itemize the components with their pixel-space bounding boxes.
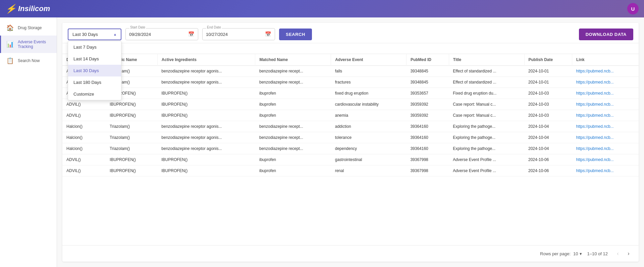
cell-link[interactable]: https://pubmed.ncb...: [572, 132, 639, 143]
cell-link[interactable]: https://pubmed.ncb...: [572, 77, 639, 88]
table-row: ADVIL() Triazolam() benzodiazepine recep…: [62, 66, 639, 77]
cell-adverse-event: gastrointestinal: [331, 154, 407, 165]
content-inner: Last 30 Days ▲ Last 7 Days Last 14 Days …: [62, 23, 639, 262]
rows-per-page-chevron-icon: ▾: [580, 251, 582, 256]
start-date-input-wrap: 📅: [125, 28, 198, 40]
adverse-events-icon: 📊: [6, 41, 14, 48]
date-range-label: Last 30 Days: [72, 32, 98, 37]
cell-adverse-event: dependency: [331, 143, 407, 154]
cell-link[interactable]: https://pubmed.ncb...: [572, 154, 639, 165]
cell-generic-name: Triazolam(): [106, 132, 157, 143]
columns-row: ☰ COLUMNS: [62, 43, 639, 54]
rows-per-page-label: Rows per page:: [540, 251, 571, 256]
cell-link[interactable]: https://pubmed.ncb...: [572, 143, 639, 154]
cell-pubmed-id: 39359392: [406, 110, 449, 121]
prev-page-button[interactable]: ‹: [613, 249, 623, 258]
cell-title: Adverse Event Profile ...: [449, 154, 524, 165]
drug-storage-icon: 🏠: [6, 24, 14, 32]
cell-pubmed-id: 39348845: [406, 77, 449, 88]
col-title: Title: [449, 54, 524, 66]
cell-matched-name: benzodiazepine recept...: [255, 143, 331, 154]
next-page-button[interactable]: ›: [624, 249, 633, 258]
cell-drug-name: Halcion(): [62, 143, 106, 154]
cell-matched-name: benzodiazepine recept...: [255, 77, 331, 88]
cell-adverse-event: falls: [331, 66, 407, 77]
cell-active-ingredients: IBUPROFEN(): [157, 154, 255, 165]
end-date-input-wrap: 📅: [202, 28, 275, 40]
start-date-calendar-icon[interactable]: 📅: [188, 31, 195, 37]
cell-pubmed-id: 39367998: [406, 154, 449, 165]
date-range-selector: Last 30 Days ▲ Last 7 Days Last 14 Days …: [68, 29, 121, 40]
user-avatar[interactable]: U: [627, 3, 639, 14]
cell-generic-name: IBUPROFEN(): [106, 165, 157, 176]
cell-pubmed-id: 39367998: [406, 165, 449, 176]
cell-publish-date: 2024-10-06: [524, 165, 572, 176]
table-row: Halcion() Triazolam() benzodiazepine rec…: [62, 143, 639, 154]
start-date-input[interactable]: [129, 32, 185, 37]
cell-adverse-event: fixed drug eruption: [331, 88, 407, 99]
sidebar-item-adverse-events-label: Adverse Events Tracking: [18, 40, 51, 49]
rows-per-page-select[interactable]: 10 ▾: [573, 251, 582, 256]
end-date-label: End Date: [206, 25, 222, 29]
table-header-row: Drug Name Generic Name Active Ingredient…: [62, 54, 639, 66]
cell-link[interactable]: https://pubmed.ncb...: [572, 66, 639, 77]
table-body: ADVIL() Triazolam() benzodiazepine recep…: [62, 66, 639, 176]
cell-link[interactable]: https://pubmed.ncb...: [572, 99, 639, 110]
download-button[interactable]: DOWNLOAD DATA: [579, 29, 633, 40]
cell-adverse-event: fractures: [331, 77, 407, 88]
toolbar: Last 30 Days ▲ Last 7 Days Last 14 Days …: [62, 23, 639, 43]
search-button[interactable]: SEARCH: [279, 29, 312, 40]
end-date-input[interactable]: [206, 32, 262, 37]
cell-matched-name: benzodiazepine recept...: [255, 121, 331, 132]
cell-title: Fixed drug eruption du...: [449, 88, 524, 99]
date-range-button[interactable]: Last 30 Days ▲: [68, 29, 121, 40]
dropdown-item-14days[interactable]: Last 14 Days: [68, 53, 121, 65]
cell-link[interactable]: https://pubmed.ncb...: [572, 165, 639, 176]
cell-link[interactable]: https://pubmed.ncb...: [572, 88, 639, 99]
cell-active-ingredients: IBUPROFEN(): [157, 88, 255, 99]
table-row: ADVIL() IBUPROFEN() IBUPROFEN() ibuprofe…: [62, 110, 639, 121]
dropdown-item-180days[interactable]: Last 180 Days: [68, 76, 121, 88]
cell-matched-name: benzodiazepine recept...: [255, 132, 331, 143]
logo-icon: ⚡: [5, 4, 16, 14]
dropdown-item-customize[interactable]: Customize: [68, 88, 121, 100]
cell-drug-name: ADVIL(): [62, 110, 106, 121]
page-nav: ‹ ›: [613, 249, 633, 258]
cell-link[interactable]: https://pubmed.ncb...: [572, 110, 639, 121]
end-date-calendar-icon[interactable]: 📅: [265, 31, 271, 37]
cell-pubmed-id: 39359392: [406, 99, 449, 110]
cell-pubmed-id: 39348845: [406, 66, 449, 77]
sidebar-item-drug-storage[interactable]: 🏠 Drug Storage: [0, 20, 57, 36]
sidebar-item-search-now[interactable]: 📋 Search Now: [0, 53, 57, 68]
table-row: ADVIL() IBUPROFEN() IBUPROFEN() ibuprofe…: [62, 99, 639, 110]
cell-publish-date: 2024-10-03: [524, 99, 572, 110]
sidebar-item-drug-storage-label: Drug Storage: [18, 25, 42, 30]
cell-publish-date: 2024-10-04: [524, 143, 572, 154]
cell-matched-name: benzodiazepine recept...: [255, 66, 331, 77]
cell-drug-name: Halcion(): [62, 132, 106, 143]
cell-title: Case report: Manual c...: [449, 110, 524, 121]
data-table: Drug Name Generic Name Active Ingredient…: [62, 54, 639, 176]
cell-link[interactable]: https://pubmed.ncb...: [572, 121, 639, 132]
table-row: ADVIL() IBUPROFEN() IBUPROFEN() ibuprofe…: [62, 154, 639, 165]
col-matched-name: Matched Name: [255, 54, 331, 66]
dropdown-item-7days[interactable]: Last 7 Days: [68, 41, 121, 53]
cell-matched-name: ibuprofen: [255, 99, 331, 110]
dropdown-item-30days[interactable]: Last 30 Days: [68, 65, 121, 76]
cell-active-ingredients: IBUPROFEN(): [157, 99, 255, 110]
col-publish-date: Publish Date: [524, 54, 572, 66]
cell-publish-date: 2024-10-04: [524, 121, 572, 132]
cell-drug-name: ADVIL(): [62, 165, 106, 176]
table-wrap: Drug Name Generic Name Active Ingredient…: [62, 54, 639, 245]
cell-title: Case report: Manual c...: [449, 99, 524, 110]
cell-publish-date: 2024-10-01: [524, 77, 572, 88]
cell-matched-name: ibuprofen: [255, 110, 331, 121]
start-date-label: Start Date: [129, 25, 146, 29]
cell-adverse-event: anemia: [331, 110, 407, 121]
cell-active-ingredients: benzodiazepine receptor agonis...: [157, 132, 255, 143]
sidebar: 🏠 Drug Storage 📊 Adverse Events Tracking…: [0, 17, 57, 267]
cell-generic-name: IBUPROFEN(): [106, 99, 157, 110]
rows-per-page-value: 10: [573, 251, 578, 256]
sidebar-item-adverse-events[interactable]: 📊 Adverse Events Tracking: [0, 36, 57, 53]
start-date-field: Start Date 📅: [125, 28, 198, 40]
